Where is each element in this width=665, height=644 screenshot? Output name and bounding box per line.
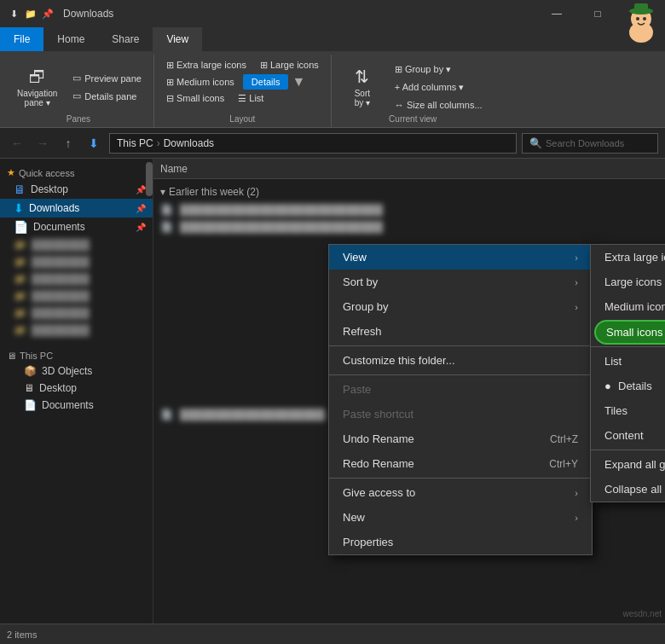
sidebar-item-desktop[interactable]: 🖥 Desktop 📌 — [0, 180, 153, 199]
ctx-customize[interactable]: Customize this folder... — [329, 348, 592, 373]
ctx-undo-label: Undo Rename — [343, 432, 414, 445]
tab-home[interactable]: Home — [43, 27, 98, 51]
character-mascot — [618, 0, 665, 47]
sub-extra-large[interactable]: Extra large icons — [591, 245, 665, 270]
quick-access-icon[interactable]: ⬇ — [7, 7, 20, 20]
ctx-refresh[interactable]: Refresh — [329, 319, 592, 344]
ctx-refresh-label: Refresh — [343, 325, 382, 338]
ctx-redo-rename[interactable]: Redo Rename Ctrl+Y — [329, 451, 592, 476]
sub-tiles[interactable]: Tiles — [591, 398, 665, 423]
ctx-access-arrow: › — [575, 488, 578, 498]
sub-small-icons-label: Small icons — [606, 326, 662, 339]
details-pane-button[interactable]: ▭ Details pane — [67, 89, 147, 103]
add-columns-button[interactable]: + Add columns ▾ — [390, 80, 488, 95]
ctx-properties[interactable]: Properties — [329, 530, 592, 554]
sidebar-item-blurred2[interactable]: 📁 ████████ — [0, 253, 153, 270]
ctx-paste-label: Paste — [343, 383, 371, 396]
ctx-view[interactable]: View › — [329, 245, 592, 270]
sidebar-item-blurred5[interactable]: 📁 ████████ — [0, 305, 153, 322]
path-sep1: › — [157, 137, 160, 149]
small-icons-button[interactable]: ⊟ Small icons — [161, 91, 229, 106]
pin-icon[interactable]: 📌 — [41, 7, 55, 20]
ctx-new[interactable]: New › — [329, 505, 592, 530]
layout-row3: ⊟ Small icons ☰ List — [161, 91, 324, 106]
sidebar-item-blurred1[interactable]: 📁 ████████ — [0, 236, 153, 253]
medium-icons-button[interactable]: ⊞ Medium icons — [161, 75, 240, 90]
ctx-sort-label: Sort by — [343, 276, 378, 288]
desktop2-label: Desktop — [39, 382, 77, 394]
list-button[interactable]: ☰ List — [233, 91, 269, 106]
size-all-columns-button[interactable]: ↔ Size all columns... — [390, 98, 488, 112]
ctx-sep1 — [329, 345, 592, 346]
ctx-group-arrow: › — [575, 302, 578, 312]
back-button[interactable]: ← — [7, 133, 27, 154]
sidebar-item-documents2[interactable]: 📄 Documents — [0, 397, 153, 414]
sub-tiles-label: Tiles — [604, 404, 627, 417]
ctx-group-label: Group by — [343, 300, 388, 313]
ctx-access-label: Give access to — [343, 486, 415, 499]
extra-large-icons-button[interactable]: ⊞ Extra large icons — [161, 58, 252, 73]
sub-large-label: Large icons — [604, 276, 662, 288]
ctx-give-access[interactable]: Give access to › — [329, 480, 592, 505]
address-path[interactable]: This PC › Downloads — [109, 133, 517, 154]
refresh-nav-button[interactable]: ⬇ — [84, 133, 104, 154]
sidebar-item-downloads[interactable]: ⬇ Downloads 📌 — [0, 199, 153, 218]
folder-icon[interactable]: 📁 — [24, 7, 38, 20]
sub-list[interactable]: List — [591, 349, 665, 374]
sidebar-item-blurred6[interactable]: 📁 ████████ — [0, 322, 153, 339]
details-button[interactable]: Details — [243, 74, 289, 90]
sort-label: Sortby ▾ — [355, 89, 370, 107]
sub-medium[interactable]: Medium icons — [591, 294, 665, 319]
ctx-sep2 — [329, 374, 592, 375]
context-menu: View › Sort by › Group by › Refresh Cust… — [328, 244, 593, 555]
preview-pane-button[interactable]: ▭ Preview pane — [67, 71, 147, 85]
pane-sub-buttons: ▭ Preview pane ▭ Details pane — [67, 71, 147, 103]
sub-content[interactable]: Content — [591, 423, 665, 448]
ctx-sort-arrow: › — [575, 277, 578, 287]
sidebar-item-blurred3[interactable]: 📁 ████████ — [0, 270, 153, 287]
sub-expand-groups[interactable]: Expand all groups — [591, 452, 665, 477]
blurred4-icon: 📁 — [14, 290, 26, 302]
maximize-button[interactable]: □ — [578, 0, 617, 27]
sidebar-item-blurred4[interactable]: 📁 ████████ — [0, 287, 153, 305]
tab-share[interactable]: Share — [98, 27, 153, 51]
navigation-pane-label: Navigationpane ▾ — [17, 89, 57, 107]
sub-details[interactable]: ● Details — [591, 374, 665, 398]
layout-row1: ⊞ Extra large icons ⊞ Large icons — [161, 58, 324, 73]
layout-group-label: Layout — [229, 114, 255, 124]
ctx-sort-by[interactable]: Sort by › — [329, 270, 592, 294]
sidebar-item-documents[interactable]: 📄 Documents 📌 — [0, 218, 153, 236]
navigation-pane-button[interactable]: 🗗 Navigationpane ▾ — [10, 58, 64, 116]
sub-details-bullet: ● — [604, 380, 618, 392]
large-icons-button[interactable]: ⊞ Large icons — [255, 58, 324, 73]
ctx-paste-shortcut-label: Paste shortcut — [343, 408, 413, 421]
sidebar-item-desktop2[interactable]: 🖥 Desktop — [0, 380, 153, 397]
search-box[interactable]: 🔍 Search Downloads — [522, 133, 658, 154]
tab-file[interactable]: File — [0, 27, 43, 51]
tab-view[interactable]: View — [153, 27, 202, 51]
minimize-button[interactable]: — — [537, 0, 576, 27]
forward-button[interactable]: → — [32, 133, 53, 154]
up-button[interactable]: ↑ — [58, 133, 78, 154]
sidebar-item-3d-objects[interactable]: 📦 3D Objects — [0, 363, 153, 380]
ribbon: 🗗 Navigationpane ▾ ▭ Preview pane ▭ Deta… — [0, 51, 665, 128]
layout-expand-button[interactable]: ▼ — [292, 74, 305, 90]
blurred3-icon: 📁 — [14, 273, 26, 285]
blurred4-label: ████████ — [32, 290, 90, 302]
ctx-undo-shortcut: Ctrl+Z — [550, 433, 578, 445]
sub-collapse-groups[interactable]: Collapse all groups — [591, 477, 665, 502]
sub-small-icons[interactable]: Small icons — [594, 320, 665, 345]
scrollbar-thumb[interactable] — [146, 162, 153, 196]
layout-row2: ⊞ Medium icons Details ▼ — [161, 74, 324, 90]
sub-large[interactable]: Large icons — [591, 270, 665, 294]
blurred6-label: ████████ — [32, 324, 90, 336]
group-by-button[interactable]: ⊞ Group by ▾ — [390, 62, 488, 77]
blurred1-label: ████████ — [32, 239, 90, 251]
ctx-undo-rename[interactable]: Undo Rename Ctrl+Z — [329, 426, 592, 451]
svg-point-4 — [636, 17, 639, 20]
sub-extra-large-label: Extra large icons — [604, 251, 665, 264]
ctx-group-by[interactable]: Group by › — [329, 294, 592, 319]
blurred5-label: ████████ — [32, 307, 90, 319]
ribbon-group-panes: 🗗 Navigationpane ▾ ▭ Preview pane ▭ Deta… — [3, 55, 154, 127]
sort-by-button[interactable]: ⇅ Sortby ▾ — [338, 58, 386, 116]
